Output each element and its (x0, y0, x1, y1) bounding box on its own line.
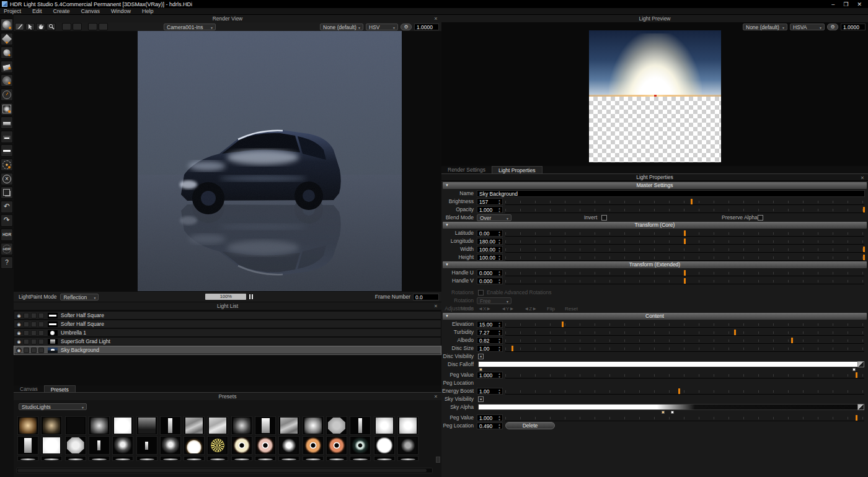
presets-horizontal-scrollbar[interactable] (16, 468, 433, 473)
menu-project[interactable]: Project (4, 8, 21, 14)
preset-partial[interactable] (350, 456, 371, 461)
preset-vertical-strip[interactable] (160, 416, 181, 435)
empty-slot-button-3[interactable] (88, 23, 97, 30)
minimize-button[interactable]: – (831, 1, 835, 7)
preserve-alpha-checkbox[interactable] (758, 215, 763, 221)
value-field[interactable]: 0.000▲▼ (477, 278, 503, 284)
property-slider[interactable] (505, 230, 864, 237)
tab-render-settings[interactable]: Render Settings (441, 166, 492, 173)
spinner-arrows-icon[interactable]: ▲▼ (497, 255, 502, 261)
value-field[interactable]: 100.00▲▼ (477, 254, 503, 261)
value-field[interactable]: 1.000▲▼ (477, 414, 503, 421)
value-field[interactable]: 1.000▲▼ (477, 372, 503, 379)
preset-partial[interactable] (374, 456, 395, 461)
preset-ring-cream[interactable] (231, 436, 252, 455)
preset-partial[interactable] (303, 456, 324, 461)
close-button[interactable]: ✕ (857, 1, 862, 7)
adjust-button-x[interactable]: ◄X► (478, 305, 491, 312)
preset-soft-glow[interactable] (231, 416, 252, 435)
delete-light-button[interactable]: × (1, 173, 13, 185)
adjust-button-reset[interactable]: Reset (565, 305, 578, 312)
spinner-arrows-icon[interactable]: ▲▼ (497, 415, 502, 421)
tab-canvas[interactable]: Canvas (14, 385, 44, 392)
exposure-field[interactable]: 1.0000 (414, 24, 439, 30)
spinner-arrows-icon[interactable]: ▲▼ (497, 423, 502, 429)
value-field[interactable]: 15.00▲▼ (477, 321, 503, 328)
value-field[interactable]: 0.490▲▼ (477, 422, 503, 429)
camera-dropdown[interactable]: Camera001-Ins (164, 24, 216, 30)
duplicate-light-button[interactable] (1, 186, 13, 199)
spinner-arrows-icon[interactable]: ▲▼ (497, 330, 502, 336)
property-slider[interactable] (505, 388, 864, 395)
preset-vertical-grad-bar[interactable] (17, 436, 38, 455)
preview-exposure-field[interactable]: 1.0000 (841, 24, 866, 30)
slider-marker[interactable] (678, 388, 680, 394)
light-option-button[interactable] (38, 339, 44, 344)
slider-marker[interactable] (863, 207, 865, 212)
light-preview-image[interactable] (589, 30, 721, 162)
menu-help[interactable]: Help (142, 8, 154, 14)
spinner-arrows-icon[interactable]: ▲▼ (497, 270, 502, 276)
slider-marker[interactable] (684, 239, 686, 244)
property-slider[interactable] (505, 321, 864, 328)
preview-colorspace-dropdown[interactable]: None (default) (743, 24, 787, 30)
value-field[interactable]: 180.00▲▼ (477, 238, 503, 245)
property-checkbox[interactable]: × (478, 396, 484, 402)
slider-marker[interactable] (734, 330, 736, 335)
preset-partial[interactable] (89, 456, 110, 461)
slider-marker[interactable] (863, 255, 865, 260)
spinner-arrows-icon[interactable]: ▲▼ (497, 338, 502, 344)
preset-ring-pink[interactable] (255, 436, 276, 455)
menu-window[interactable]: Window (111, 8, 131, 14)
dome-light-tool[interactable] (1, 74, 13, 87)
round-light-tool[interactable] (1, 46, 13, 59)
light-enable-button[interactable]: ◉ (16, 313, 22, 318)
preset-partial[interactable] (112, 456, 133, 461)
colorspace-dropdown[interactable]: None (default) (320, 24, 363, 30)
section-header-transform-core-[interactable]: ▼Transform (Core) (443, 222, 867, 229)
preset-warm-softbox-dim[interactable] (41, 416, 62, 435)
light-enable-button[interactable]: ◉ (16, 330, 22, 336)
light-list-row[interactable]: ◉Umbrella 1 (14, 329, 441, 337)
preset-partial[interactable] (397, 456, 418, 461)
slider-marker[interactable] (684, 270, 686, 276)
property-slider[interactable] (505, 238, 864, 245)
preset-silk-light[interactable] (207, 416, 228, 435)
slider-marker[interactable] (856, 415, 857, 421)
presets-vertical-scrollbar[interactable] (436, 457, 440, 463)
preset-ring-red[interactable] (326, 436, 347, 455)
adjust-button-flip[interactable]: Flip (547, 305, 555, 312)
slider-marker[interactable] (863, 247, 865, 252)
property-slider[interactable] (505, 198, 864, 205)
name-field[interactable]: Sky Background (477, 190, 865, 197)
gradient-bar[interactable] (478, 361, 859, 367)
tab-light-properties[interactable]: Light Properties (492, 166, 542, 173)
sphere-light-tool[interactable] (1, 19, 13, 31)
property-slider[interactable] (505, 278, 864, 284)
spinner-arrows-icon[interactable]: ▲▼ (497, 247, 502, 253)
channel-dropdown[interactable]: HSV (366, 24, 398, 30)
slider-marker[interactable] (691, 199, 693, 204)
preset-partial[interactable] (231, 456, 252, 461)
preview-gear-icon[interactable]: ⚙ (827, 24, 838, 30)
light-option-button[interactable] (31, 348, 37, 353)
image-light-tool[interactable] (1, 131, 13, 143)
light-option-button[interactable] (31, 330, 37, 336)
preset-silk-gray[interactable] (184, 416, 205, 435)
property-slider[interactable] (505, 206, 864, 213)
menu-canvas[interactable]: Canvas (81, 8, 100, 14)
dial-light-tool[interactable] (1, 89, 13, 101)
property-slider[interactable] (505, 414, 864, 421)
preset-partial[interactable] (326, 456, 347, 461)
empty-slot-button-2[interactable] (73, 23, 82, 30)
delete-button[interactable]: Delete (505, 422, 555, 429)
preset-vertical-strip-narrow[interactable] (350, 416, 371, 435)
value-field[interactable]: 7.27▲▼ (477, 329, 503, 336)
section-header-transform-extended-[interactable]: ▼Transform (Extended) (443, 261, 867, 268)
preset-octagon-white[interactable] (65, 436, 86, 455)
preset-partial[interactable] (255, 456, 276, 461)
preset-partial[interactable] (184, 456, 205, 461)
property-slider[interactable] (505, 345, 864, 352)
preset-gray-radial[interactable] (89, 416, 110, 435)
property-slider[interactable] (505, 269, 864, 276)
